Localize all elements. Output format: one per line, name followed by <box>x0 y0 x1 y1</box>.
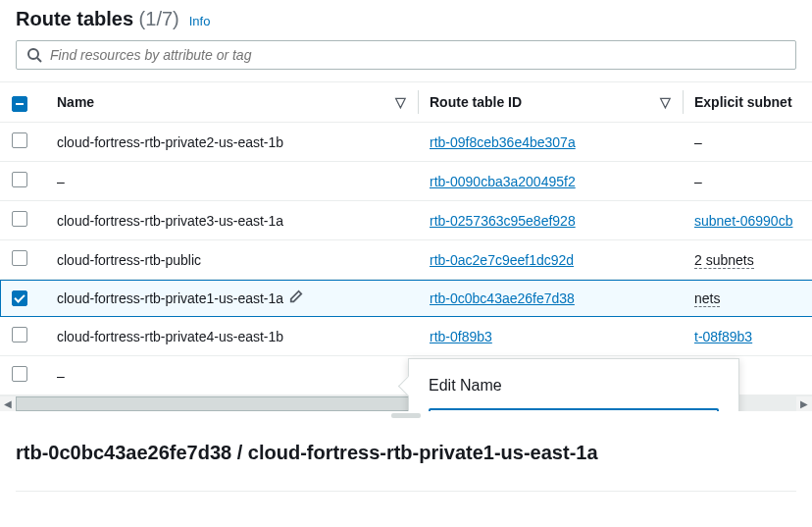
row-checkbox[interactable] <box>12 327 27 343</box>
row-name: cloud-fortress-rtb-public <box>57 252 201 268</box>
route-table-id-link[interactable]: rtb-0090cba3a200495f2 <box>430 174 576 189</box>
selection-count: (1/7) <box>139 8 179 29</box>
info-link[interactable]: Info <box>189 14 211 28</box>
svg-line-1 <box>37 58 41 62</box>
route-tables-table: Name▽ Route table ID▽ Explicit subnet cl… <box>0 81 812 411</box>
row-name: – <box>57 368 65 384</box>
page-title: Route tables (1/7) <box>16 8 179 30</box>
table-row[interactable]: cloud-fortress-rtb-private2-us-east-1b r… <box>0 123 812 162</box>
scroll-left-icon[interactable]: ◀ <box>0 398 16 409</box>
detail-panel: rtb-0c0bc43ae26fe7d38 / cloud-fortress-r… <box>0 418 812 500</box>
row-name: cloud-fortress-rtb-private2-us-east-1b <box>57 134 283 150</box>
route-table-id-link[interactable]: rtb-0f89b3 <box>430 329 492 344</box>
detail-title: rtb-0c0bc43ae26fe7d38 / cloud-fortress-r… <box>16 442 796 464</box>
row-checkbox[interactable] <box>12 172 27 187</box>
popover-title: Edit Name <box>429 377 719 395</box>
row-checkbox[interactable] <box>12 211 27 227</box>
row-checkbox[interactable] <box>12 366 27 382</box>
page-header: Route tables (1/7) Info <box>0 0 812 40</box>
search-field[interactable] <box>16 40 796 70</box>
edit-name-input[interactable] <box>429 408 719 411</box>
row-name: – <box>57 174 65 189</box>
sort-icon: ▽ <box>395 94 406 110</box>
subnet-value[interactable]: 2 subnets <box>694 252 754 269</box>
sort-icon: ▽ <box>660 94 671 110</box>
scroll-right-icon[interactable]: ▶ <box>796 398 812 409</box>
row-checkbox[interactable] <box>12 250 27 266</box>
route-table-id-link[interactable]: rtb-0c0bc43ae26fe7d38 <box>430 290 575 306</box>
table-row[interactable]: cloud-fortress-rtb-private3-us-east-1a r… <box>0 201 812 240</box>
edit-name-popover: Edit Name Cancel Save <box>408 358 739 411</box>
table-row[interactable]: cloud-fortress-rtb-public rtb-0ac2e7c9ee… <box>0 240 812 280</box>
row-name: cloud-fortress-rtb-private1-us-east-1a <box>57 290 283 306</box>
table-row[interactable]: cloud-fortress-rtb-private1-us-east-1a r… <box>0 280 812 317</box>
subnet-value[interactable]: nets <box>694 290 720 307</box>
search-input[interactable] <box>50 47 786 63</box>
row-name: cloud-fortress-rtb-private3-us-east-1a <box>57 213 283 229</box>
row-checkbox[interactable] <box>12 132 27 148</box>
route-table-id-link[interactable]: rtb-09f8ceb36e4be307a <box>430 134 576 150</box>
column-header-explicit-subnet[interactable]: Explicit subnet <box>683 82 812 123</box>
subnet-value[interactable]: subnet-06990cb <box>694 213 792 229</box>
header-checkbox-cell <box>0 82 45 123</box>
row-checkbox[interactable] <box>12 290 27 306</box>
subnet-value: – <box>694 134 702 150</box>
detail-tabs <box>16 482 796 492</box>
column-header-route-table-id[interactable]: Route table ID▽ <box>418 82 683 123</box>
subnet-value[interactable]: t-08f89b3 <box>694 329 752 344</box>
table-row[interactable]: cloud-fortress-rtb-private4-us-east-1b r… <box>0 317 812 356</box>
title-text: Route tables <box>16 8 133 29</box>
select-all-checkbox[interactable] <box>12 96 27 112</box>
column-header-name[interactable]: Name▽ <box>45 82 418 123</box>
route-table-id-link[interactable]: rtb-0ac2e7c9eef1dc92d <box>430 252 574 268</box>
row-name: cloud-fortress-rtb-private4-us-east-1b <box>57 329 283 344</box>
route-table-id-link[interactable]: rtb-0257363c95e8ef928 <box>430 213 576 229</box>
search-icon <box>26 47 42 63</box>
table-row[interactable]: – rtb-0090cba3a200495f2 – <box>0 162 812 201</box>
subnet-value: – <box>694 174 702 189</box>
edit-icon[interactable] <box>289 290 303 306</box>
svg-point-0 <box>28 49 38 59</box>
